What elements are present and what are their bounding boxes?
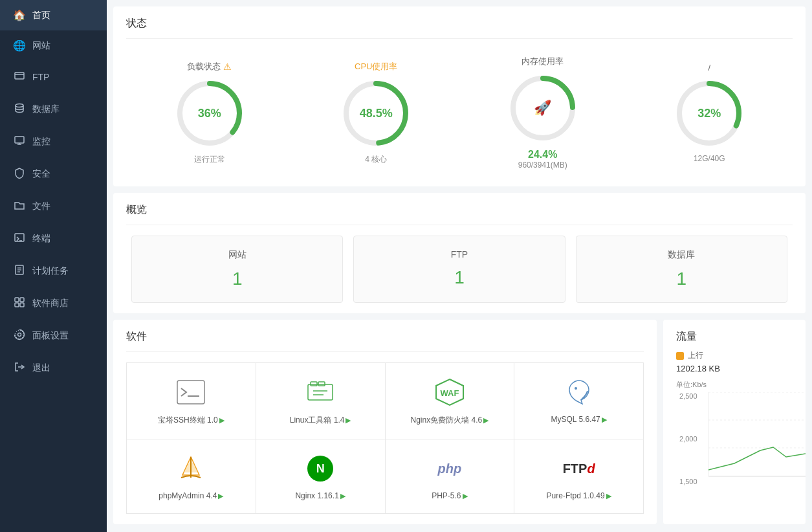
software-waf-label: Nginx免费防火墙 4.6 ▶: [411, 415, 489, 426]
gauge-load-label: 负载状态 ⚠: [187, 61, 232, 72]
sidebar-item-website[interactable]: 🌐 网站: [0, 30, 107, 61]
flow-legend-dot: [676, 352, 684, 360]
gauge-cpu: CPU使用率 48.5% 4 核心: [340, 61, 411, 165]
ftpd-icon: FTPd: [563, 452, 595, 485]
gauge-disk-label: /: [708, 63, 710, 72]
gauge-cpu-ring: 48.5%: [340, 78, 411, 149]
svg-rect-29: [311, 382, 317, 386]
sidebar-item-monitor[interactable]: 监控: [0, 126, 107, 158]
status-gauges-row: 负载状态 ⚠ 36% 运行正常 CPU使用率: [126, 49, 793, 176]
sidebar-item-label: 数据库: [32, 104, 60, 115]
overview-website-label: 网站: [145, 249, 329, 261]
appstore-icon: [13, 296, 26, 311]
status-title: 状态: [126, 17, 793, 39]
gauge-disk: / 32% 12G/40G: [674, 63, 745, 163]
sidebar-item-ftp[interactable]: FTP: [0, 61, 107, 93]
svg-rect-30: [318, 382, 325, 386]
database-icon: [13, 102, 26, 116]
sidebar-item-cron[interactable]: 计划任务: [0, 255, 107, 287]
overview-title: 概览: [126, 203, 793, 225]
overview-section: 概览 网站 1 FTP 1 数据库 1: [113, 193, 806, 313]
tools-icon: [304, 376, 336, 408]
gauge-cpu-label: CPU使用率: [355, 61, 397, 72]
svg-rect-3: [15, 137, 24, 143]
gauge-load: 负载状态 ⚠ 36% 运行正常: [174, 61, 245, 165]
gauge-disk-sub: 12G/40G: [694, 154, 725, 163]
svg-text:WAF: WAF: [440, 388, 459, 398]
monitor-icon: [13, 135, 26, 149]
sidebar-item-appstore[interactable]: 软件商店: [0, 287, 107, 320]
software-card-nginx[interactable]: N Nginx 1.16.1 ▶: [256, 439, 385, 513]
overview-card-database[interactable]: 数据库 1: [576, 236, 787, 303]
software-card-ftpd[interactable]: FTPd Pure-Ftpd 1.0.49 ▶: [514, 439, 643, 513]
overview-card-website[interactable]: 网站 1: [131, 236, 343, 303]
sidebar-item-security[interactable]: 安全: [0, 158, 107, 190]
cron-icon: [13, 264, 26, 278]
software-flow-row: 软件 宝塔SSH终端 1.0 ▶: [113, 320, 806, 524]
software-card-waf[interactable]: WAF Nginx免费防火墙 4.6 ▶: [386, 363, 514, 439]
logout-icon: [13, 361, 26, 375]
flow-unit: 单位:Kb/s: [676, 380, 793, 390]
software-mysql-label: MySQL 5.6.47 ▶: [551, 415, 606, 424]
software-ssh-label: 宝塔SSH终端 1.0 ▶: [158, 415, 225, 426]
sidebar-item-label: 退出: [32, 362, 50, 374]
gauge-cpu-sub: 4 核心: [365, 154, 387, 165]
sidebar-item-label: 终端: [32, 233, 50, 245]
gauge-mem-ring: 🚀: [507, 72, 578, 144]
overview-card-ftp[interactable]: FTP 1: [353, 236, 565, 303]
gauge-load-ring: 36%: [174, 78, 245, 149]
phpmyadmin-icon: [175, 452, 207, 485]
flow-y-labels: 2,500 2,000 1,500: [679, 392, 697, 485]
software-card-tools[interactable]: Linux工具箱 1.4 ▶: [256, 363, 385, 439]
sidebar-item-files[interactable]: 文件: [0, 190, 107, 223]
software-ftpd-label: Pure-Ftpd 1.0.49 ▶: [547, 491, 611, 500]
shield-icon: [13, 167, 26, 181]
overview-website-value: 1: [145, 269, 329, 289]
home-icon: 🏠: [13, 9, 26, 21]
overview-cards: 网站 1 FTP 1 数据库 1: [126, 236, 793, 303]
gauge-cpu-value: 48.5%: [360, 106, 393, 120]
sidebar-item-label: 文件: [32, 201, 50, 212]
software-card-mysql[interactable]: MySQL 5.6.47 ▶: [514, 363, 643, 439]
flow-title: 流量: [676, 330, 793, 344]
overview-ftp-value: 1: [367, 267, 551, 288]
sidebar-item-label: 面板设置: [32, 330, 69, 342]
svg-rect-13: [20, 298, 24, 302]
gauge-load-sub: 运行正常: [194, 154, 225, 165]
sidebar: 🏠 首页 🌐 网站 FTP 数据库 监控 安全 文件: [0, 0, 107, 532]
sidebar-item-settings[interactable]: 面板设置: [0, 320, 107, 352]
svg-rect-28: [308, 384, 333, 400]
warn-icon: ⚠: [223, 61, 232, 72]
svg-point-2: [16, 104, 23, 107]
sidebar-item-label: 安全: [32, 168, 50, 180]
ftp-icon: [13, 70, 26, 84]
gauge-mem: 内存使用率 🚀 24.4% 960/3941(MB): [507, 56, 578, 170]
globe-icon: 🌐: [13, 39, 26, 52]
gauge-mem-value: 🚀: [534, 100, 551, 116]
sidebar-item-label: FTP: [32, 72, 49, 82]
svg-rect-6: [15, 234, 24, 241]
gauge-mem-label: 内存使用率: [521, 56, 564, 67]
overview-db-label: 数据库: [589, 249, 774, 261]
svg-rect-12: [15, 298, 19, 302]
software-card-phpmyadmin[interactable]: phpMyAdmin 4.4 ▶: [127, 439, 256, 513]
software-phpmyadmin-label: phpMyAdmin 4.4 ▶: [159, 491, 223, 500]
gauge-mem-sub: 24.4% 960/3941(MB): [518, 149, 567, 170]
software-php-label: PHP-5.6 ▶: [432, 491, 467, 500]
svg-rect-15: [20, 303, 24, 307]
sidebar-item-home[interactable]: 🏠 首页: [0, 0, 107, 30]
sidebar-item-label: 网站: [32, 40, 50, 52]
sidebar-item-terminal[interactable]: 终端: [0, 223, 107, 255]
software-card-ssh[interactable]: 宝塔SSH终端 1.0 ▶: [127, 363, 256, 439]
ssh-icon: [175, 376, 207, 408]
sidebar-item-label: 首页: [32, 10, 50, 21]
flow-legend: 上行: [676, 350, 793, 361]
gauge-disk-value: 32%: [697, 106, 721, 120]
mysql-icon: [563, 376, 595, 408]
php-icon: php: [433, 452, 466, 485]
sidebar-item-logout[interactable]: 退出: [0, 352, 107, 384]
nginx-icon: N: [304, 452, 336, 485]
flow-chart: 2,500 2,000 1,500: [708, 392, 793, 485]
software-card-php[interactable]: php PHP-5.6 ▶: [386, 439, 514, 513]
sidebar-item-database[interactable]: 数据库: [0, 93, 107, 126]
